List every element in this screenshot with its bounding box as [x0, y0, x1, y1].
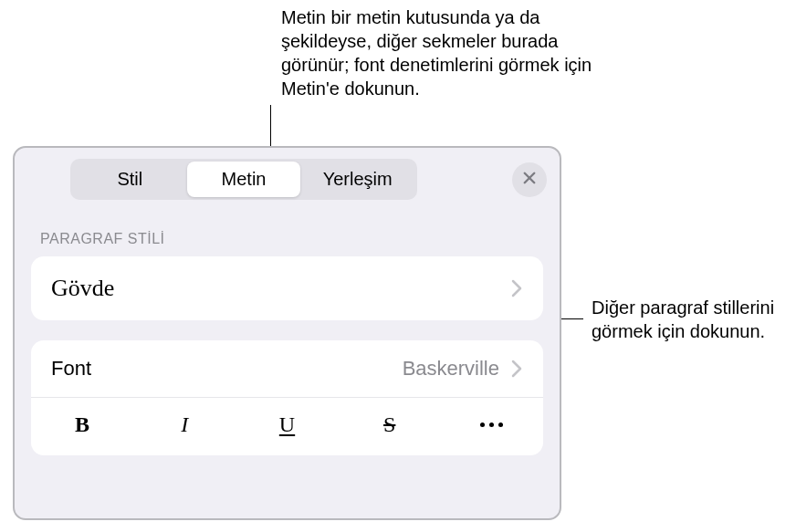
font-value-wrap: Baskerville	[403, 357, 523, 381]
font-row[interactable]: Font Baskerville	[31, 340, 543, 397]
tab-bar: Stil Metin Yerleşim	[15, 148, 560, 207]
segmented-control: Stil Metin Yerleşim	[70, 159, 417, 200]
chevron-right-icon	[510, 279, 523, 297]
tab-style[interactable]: Stil	[73, 162, 187, 197]
font-group: Font Baskerville B I U S	[31, 340, 543, 455]
tab-text[interactable]: Metin	[187, 162, 301, 197]
underline-icon: U	[279, 412, 295, 437]
font-value: Baskerville	[403, 357, 499, 381]
paragraph-style-value: Gövde	[51, 275, 114, 302]
strikethrough-button[interactable]: S	[339, 398, 441, 455]
close-icon	[521, 170, 538, 190]
underline-button[interactable]: U	[236, 398, 338, 455]
strikethrough-icon: S	[383, 412, 395, 437]
chevron-right-icon	[510, 360, 523, 378]
bold-icon: B	[75, 412, 89, 437]
bold-button[interactable]: B	[31, 398, 133, 455]
font-label: Font	[51, 357, 91, 381]
italic-icon: I	[181, 412, 188, 437]
tab-layout[interactable]: Yerleşim	[300, 162, 414, 197]
more-styles-button[interactable]	[441, 398, 543, 455]
callout-right: Diğer paragraf stillerini görmek için do…	[592, 296, 783, 343]
italic-button[interactable]: I	[133, 398, 236, 455]
paragraph-style-row[interactable]: Gövde	[31, 256, 543, 320]
callout-top: Metin bir metin kutusunda ya da şekildey…	[281, 5, 610, 100]
close-button[interactable]	[512, 162, 547, 197]
more-icon	[480, 422, 503, 427]
text-style-buttons: B I U S	[31, 397, 543, 455]
paragraph-style-header: PARAGRAF STİLİ	[15, 207, 560, 256]
format-panel: Stil Metin Yerleşim PARAGRAF STİLİ Gövde…	[13, 146, 561, 520]
